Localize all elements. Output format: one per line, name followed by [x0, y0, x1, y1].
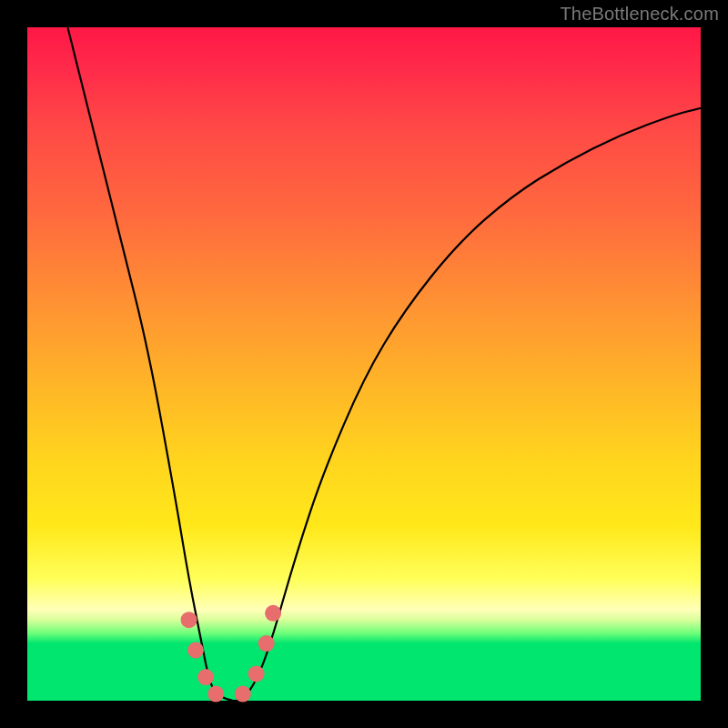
plot-area — [27, 27, 701, 701]
data-marker — [265, 605, 281, 622]
data-marker — [187, 642, 204, 659]
chart-frame: TheBottleneck.com — [0, 0, 728, 728]
data-marker — [258, 635, 275, 652]
data-marker — [235, 686, 251, 703]
data-marker — [248, 665, 265, 682]
data-marker — [181, 612, 197, 628]
watermark-text: TheBottleneck.com — [560, 4, 719, 25]
data-marker — [197, 669, 214, 685]
bottleneck-curve — [67, 27, 701, 701]
curve-svg — [27, 27, 701, 701]
data-marker — [207, 686, 224, 703]
